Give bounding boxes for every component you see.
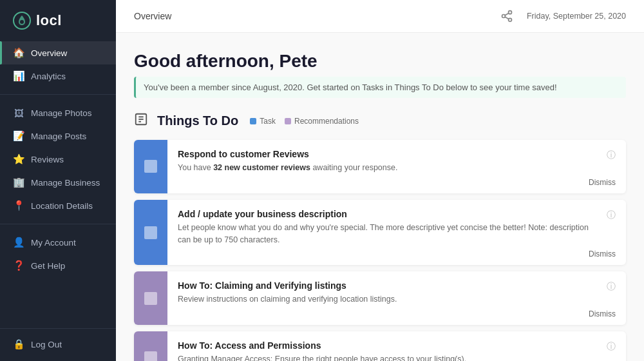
task-dismiss-row-respond-reviews: Dismiss bbox=[178, 178, 616, 187]
greeting-heading: Good afternoon, Pete bbox=[134, 51, 626, 72]
legend: Task Recommendations bbox=[250, 117, 359, 126]
task-desc-respond-reviews: You have 32 new customer reviews awaitin… bbox=[178, 162, 397, 174]
sidebar-item-overview[interactable]: 🏠 Overview bbox=[0, 41, 116, 64]
task-top-respond-reviews: Respond to customer Reviews You have 32 … bbox=[178, 149, 616, 174]
task-body-business-description: Add / update your business description L… bbox=[167, 200, 626, 266]
top-bar: Overview Friday, September 25, 2020 bbox=[116, 0, 644, 33]
sidebar-item-location-details-label: Location Details bbox=[31, 201, 93, 211]
main-nav: 🏠 Overview 📊 Analytics bbox=[0, 39, 116, 90]
main-content: Overview Friday, September 25, 2020 Good… bbox=[116, 0, 644, 361]
task-dismiss-row-claiming-verifying: Dismiss bbox=[178, 309, 616, 318]
task-body-claiming-verifying: How To: Claiming and Verifying listings … bbox=[167, 271, 626, 325]
info-icon-claiming-verifying[interactable]: ⓘ bbox=[607, 281, 616, 293]
task-desc-access-permissions: Granting Manager Access: Ensure the righ… bbox=[178, 353, 466, 361]
sidebar-divider-2 bbox=[0, 224, 116, 224]
info-icon-business-description[interactable]: ⓘ bbox=[607, 210, 616, 221]
sidebar-divider-3 bbox=[0, 328, 116, 329]
task-accent-claiming-verifying bbox=[134, 271, 167, 325]
sidebar-item-manage-photos[interactable]: 🖼 Manage Photos bbox=[0, 101, 116, 124]
sidebar-item-logout-label: Log Out bbox=[31, 340, 62, 349]
task-accent-respond-reviews bbox=[134, 140, 167, 193]
task-card-access-permissions: How To: Access and Permissions Granting … bbox=[134, 331, 626, 361]
task-top-access-permissions: How To: Access and Permissions Granting … bbox=[178, 340, 616, 361]
legend-recommendation-dot bbox=[285, 118, 291, 124]
get-help-icon: ❓ bbox=[13, 260, 24, 271]
sidebar-item-manage-posts[interactable]: 📝 Manage Posts bbox=[0, 124, 116, 148]
legend-task: Task bbox=[250, 117, 276, 126]
locl-logo-icon bbox=[13, 12, 31, 30]
manage-photos-icon: 🖼 bbox=[13, 107, 24, 119]
task-accent-business-description bbox=[134, 200, 167, 266]
task-top-business-description: Add / update your business description L… bbox=[178, 209, 616, 246]
task-accent-square-respond-reviews bbox=[144, 160, 157, 173]
section-title: Things To Do bbox=[157, 113, 238, 128]
top-bar-right: Friday, September 25, 2020 bbox=[497, 6, 626, 26]
location-details-icon: 📍 bbox=[13, 200, 24, 211]
logout-icon: 🔒 bbox=[13, 338, 24, 350]
manage-business-icon: 🏢 bbox=[13, 177, 24, 188]
member-note: You've been a member since August, 2020.… bbox=[134, 77, 626, 98]
task-accent-square-business-description bbox=[144, 226, 157, 239]
sidebar-item-manage-business[interactable]: 🏢 Manage Business bbox=[0, 171, 116, 194]
task-title-respond-reviews: Respond to customer Reviews bbox=[178, 149, 397, 159]
legend-task-label: Task bbox=[260, 117, 276, 126]
legend-task-dot bbox=[250, 118, 256, 124]
task-title-business-description: Add / update your business description bbox=[178, 209, 601, 219]
svg-line-6 bbox=[505, 13, 509, 15]
legend-recommendation: Recommendations bbox=[285, 117, 359, 126]
analytics-icon: 📊 bbox=[13, 70, 24, 82]
things-to-do-header: Things To Do Task Recommendations bbox=[134, 112, 626, 130]
info-icon-access-permissions[interactable]: ⓘ bbox=[607, 341, 616, 353]
task-list: Respond to customer Reviews You have 32 … bbox=[134, 140, 626, 361]
share-button[interactable] bbox=[497, 6, 516, 26]
task-desc-business-description: Let people know what you do and why you'… bbox=[178, 222, 601, 246]
dismiss-button-business-description[interactable]: Dismiss bbox=[589, 249, 616, 259]
sidebar-item-reviews[interactable]: ⭐ Reviews bbox=[0, 148, 116, 171]
current-date: Friday, September 25, 2020 bbox=[527, 12, 626, 21]
dismiss-button-claiming-verifying[interactable]: Dismiss bbox=[589, 309, 616, 318]
logo-area: locl bbox=[0, 0, 116, 39]
task-body-respond-reviews: Respond to customer Reviews You have 32 … bbox=[167, 140, 626, 193]
task-top-claiming-verifying: How To: Claiming and Verifying listings … bbox=[178, 280, 616, 306]
logo-text: locl bbox=[36, 12, 62, 29]
sidebar-item-manage-business-label: Manage Business bbox=[31, 178, 100, 188]
svg-line-5 bbox=[505, 17, 509, 19]
info-icon-respond-reviews[interactable]: ⓘ bbox=[607, 150, 616, 161]
task-card-business-description: Add / update your business description L… bbox=[134, 200, 626, 266]
svg-point-1 bbox=[20, 20, 24, 24]
sidebar-item-location-details[interactable]: 📍 Location Details bbox=[0, 194, 116, 217]
sidebar-item-analytics-label: Analytics bbox=[31, 72, 66, 81]
share-icon bbox=[500, 10, 513, 23]
sidebar-item-overview-label: Overview bbox=[31, 48, 67, 58]
sidebar-item-manage-photos-label: Manage Photos bbox=[31, 108, 92, 118]
things-to-do-icon bbox=[134, 112, 148, 130]
legend-recommendation-label: Recommendations bbox=[294, 117, 359, 126]
sidebar-item-analytics[interactable]: 📊 Analytics bbox=[0, 64, 116, 88]
dismiss-button-respond-reviews[interactable]: Dismiss bbox=[589, 178, 616, 187]
sidebar: locl 🏠 Overview 📊 Analytics 🖼 Manage Pho… bbox=[0, 0, 116, 361]
page-title: Overview bbox=[134, 11, 171, 21]
task-accent-square-claiming-verifying bbox=[144, 292, 157, 305]
sidebar-item-logout[interactable]: 🔒 Log Out bbox=[0, 333, 116, 356]
manage-section: 🖼 Manage Photos 📝 Manage Posts ⭐ Reviews… bbox=[0, 99, 116, 220]
sidebar-item-reviews-label: Reviews bbox=[31, 155, 64, 164]
task-accent-access-permissions bbox=[134, 331, 167, 361]
reviews-icon: ⭐ bbox=[13, 153, 24, 165]
content-area: Good afternoon, Pete You've been a membe… bbox=[116, 33, 644, 361]
sidebar-item-get-help-label: Get Help bbox=[31, 261, 65, 271]
sidebar-item-get-help[interactable]: ❓ Get Help bbox=[0, 254, 116, 277]
task-body-access-permissions: How To: Access and Permissions Granting … bbox=[167, 331, 626, 361]
account-section: 👤 My Account ❓ Get Help bbox=[0, 228, 116, 280]
task-dismiss-row-business-description: Dismiss bbox=[178, 249, 616, 259]
task-card-respond-reviews: Respond to customer Reviews You have 32 … bbox=[134, 140, 626, 193]
task-card-claiming-verifying: How To: Claiming and Verifying listings … bbox=[134, 271, 626, 325]
sidebar-item-manage-posts-label: Manage Posts bbox=[31, 132, 86, 141]
sidebar-divider-1 bbox=[0, 94, 116, 95]
manage-posts-icon: 📝 bbox=[13, 130, 24, 142]
overview-icon: 🏠 bbox=[13, 47, 24, 59]
task-title-claiming-verifying: How To: Claiming and Verifying listings bbox=[178, 280, 397, 291]
task-title-access-permissions: How To: Access and Permissions bbox=[178, 340, 466, 351]
sidebar-item-my-account[interactable]: 👤 My Account bbox=[0, 231, 116, 254]
task-accent-square-access-permissions bbox=[144, 351, 157, 361]
my-account-icon: 👤 bbox=[13, 237, 24, 248]
